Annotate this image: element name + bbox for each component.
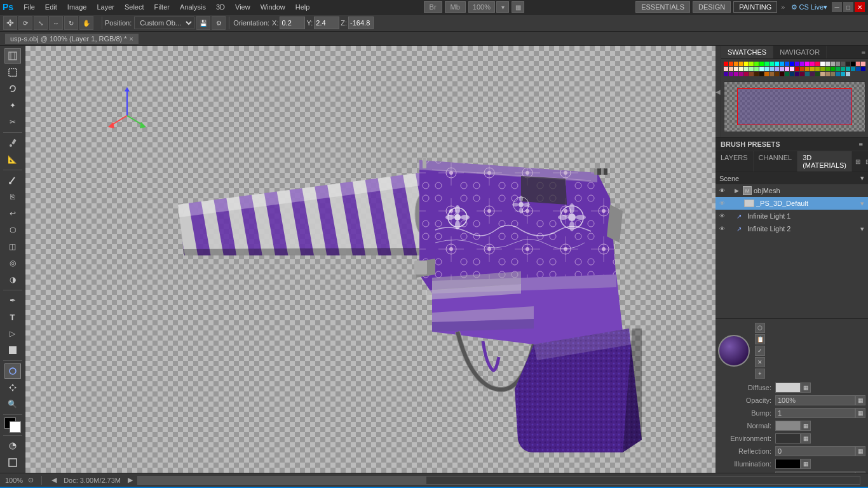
tool-quick-select[interactable]: ✦ — [4, 98, 21, 113]
save-position-btn[interactable]: 💾 — [196, 16, 210, 30]
tool-history-brush[interactable]: ↩ — [4, 206, 21, 221]
mat-btn-2[interactable]: 📋 — [755, 334, 765, 344]
rotate-tool-btn[interactable]: ⟳ — [18, 16, 32, 30]
normal-options-btn[interactable]: ▦ — [801, 421, 811, 431]
swatch-color[interactable] — [790, 62, 794, 66]
swatch-color[interactable] — [739, 62, 743, 66]
swatch-color[interactable] — [754, 67, 759, 71]
swatch-color[interactable] — [729, 62, 733, 66]
swatch-color[interactable] — [780, 67, 784, 71]
tool-gradient[interactable]: ◫ — [4, 239, 21, 254]
swatch-color[interactable] — [825, 62, 830, 66]
mat-btn-3[interactable]: ✓ — [755, 346, 765, 356]
swatch-color[interactable] — [795, 72, 799, 76]
menu-edit[interactable]: Edit — [40, 2, 62, 12]
swatch-color[interactable] — [734, 62, 738, 66]
swatch-color[interactable] — [825, 67, 830, 71]
swatch-color[interactable] — [805, 62, 810, 66]
pan-tool-btn[interactable]: ✋ — [79, 16, 93, 30]
cs-live-btn[interactable]: ⚙ CS Live▾ — [787, 2, 831, 13]
gloss-options-btn[interactable]: ▦ — [855, 471, 865, 473]
swatch-color[interactable] — [724, 62, 728, 66]
swatch-color[interactable] — [825, 72, 830, 76]
swatch-color[interactable] — [846, 72, 850, 76]
scroll-bar[interactable] — [137, 476, 860, 485]
material-preview-sphere[interactable] — [718, 335, 750, 367]
menu-3d[interactable]: 3D — [211, 2, 230, 12]
swatch-color[interactable] — [770, 62, 774, 66]
maximize-button[interactable]: □ — [843, 2, 853, 12]
swatch-color[interactable] — [846, 67, 850, 71]
visibility-eye-light2[interactable]: 👁 — [719, 226, 728, 232]
swatch-color[interactable] — [841, 72, 845, 76]
scene-item-light1[interactable]: 👁 ↗ Infinite Light 1 — [715, 210, 868, 222]
menu-help[interactable]: Help — [290, 2, 315, 12]
swatch-color[interactable] — [810, 72, 815, 76]
swatch-color[interactable] — [744, 62, 749, 66]
document-tab[interactable]: usp-s.obj @ 100% (Layer 1, RGB/8) * × — [5, 34, 139, 44]
minimize-button[interactable]: ─ — [832, 2, 842, 12]
menu-analysis[interactable]: Analysis — [175, 2, 211, 12]
swatch-color[interactable] — [805, 67, 810, 71]
nav-left-arrow[interactable]: ◀ — [50, 476, 58, 484]
swatch-color[interactable] — [846, 62, 850, 66]
tool-screen-mode[interactable] — [4, 455, 21, 470]
tool-path-select[interactable]: ▷ — [4, 326, 21, 341]
position-dropdown[interactable]: Custom Ob... — [134, 17, 194, 29]
swatch-color[interactable] — [856, 62, 860, 66]
view-options-btn[interactable]: ▦ — [512, 1, 524, 13]
mb-btn[interactable]: Mb — [445, 1, 466, 13]
illumination-options-btn[interactable]: ▦ — [801, 459, 811, 469]
swatch-color[interactable] — [841, 67, 845, 71]
tool-type[interactable]: T — [4, 309, 21, 325]
tool-brush[interactable] — [4, 173, 21, 188]
swatch-color[interactable] — [775, 67, 779, 71]
swatch-color[interactable] — [800, 72, 804, 76]
tool-3d-object[interactable] — [4, 48, 21, 64]
tab-navigator[interactable]: NAVIGATOR — [773, 46, 827, 58]
tool-eyedropper[interactable] — [4, 135, 21, 151]
scene-item-ps3d-default[interactable]: 👁 _PS_3D_Default ▾ — [715, 197, 868, 210]
swatch-color[interactable] — [795, 62, 799, 66]
tool-dodge[interactable]: ◑ — [4, 272, 21, 287]
swatch-color[interactable] — [744, 67, 749, 71]
swatch-color[interactable] — [831, 67, 835, 71]
swatch-color[interactable] — [820, 72, 825, 76]
mat-btn-5[interactable]: + — [755, 369, 765, 379]
zoom-click-area[interactable]: ⊙ — [28, 476, 34, 484]
swatch-color[interactable] — [861, 62, 865, 66]
swatch-color[interactable] — [815, 67, 820, 71]
reflection-options-btn[interactable]: ▦ — [855, 446, 865, 456]
menu-layer[interactable]: Layer — [92, 2, 119, 12]
swatch-color[interactable] — [800, 62, 804, 66]
collapse-arrow[interactable]: ◀ — [715, 46, 721, 137]
swatch-color[interactable] — [851, 62, 855, 66]
swatch-color[interactable] — [749, 67, 754, 71]
swatch-color[interactable] — [754, 62, 759, 66]
slide-tool-btn[interactable]: ↔ — [49, 16, 63, 30]
x-input[interactable] — [280, 17, 305, 29]
swatch-color[interactable] — [739, 67, 743, 71]
scene-item-objmesh[interactable]: 👁 ▶ M objMesh — [715, 184, 868, 197]
position-options-btn[interactable]: ⚙ — [212, 16, 226, 30]
swatch-color[interactable] — [805, 72, 810, 76]
brush-presets-menu[interactable]: ≡ — [859, 140, 863, 148]
swatch-color[interactable] — [749, 62, 754, 66]
swatch-color[interactable] — [820, 67, 825, 71]
normal-swatch[interactable] — [775, 421, 801, 431]
swatch-color[interactable] — [790, 72, 794, 76]
swatch-color[interactable] — [729, 67, 733, 71]
swatch-color[interactable] — [724, 67, 728, 71]
diffuse-swatch[interactable] — [775, 383, 801, 393]
bridge-btn[interactable]: Br — [424, 1, 442, 13]
swatch-color[interactable] — [754, 72, 759, 76]
tab-channels[interactable]: CHANNEL — [754, 151, 798, 172]
nav-right-arrow[interactable]: ▶ — [126, 476, 135, 484]
tab-swatches[interactable]: SWATCHES — [721, 46, 773, 58]
scene-panel-menu[interactable]: ▾ — [860, 174, 864, 182]
swatch-color[interactable] — [744, 72, 749, 76]
chevron-objmesh[interactable]: ▶ — [735, 187, 741, 194]
swatch-color[interactable] — [785, 67, 789, 71]
swatch-color[interactable] — [764, 72, 769, 76]
swatch-color[interactable] — [836, 62, 840, 66]
